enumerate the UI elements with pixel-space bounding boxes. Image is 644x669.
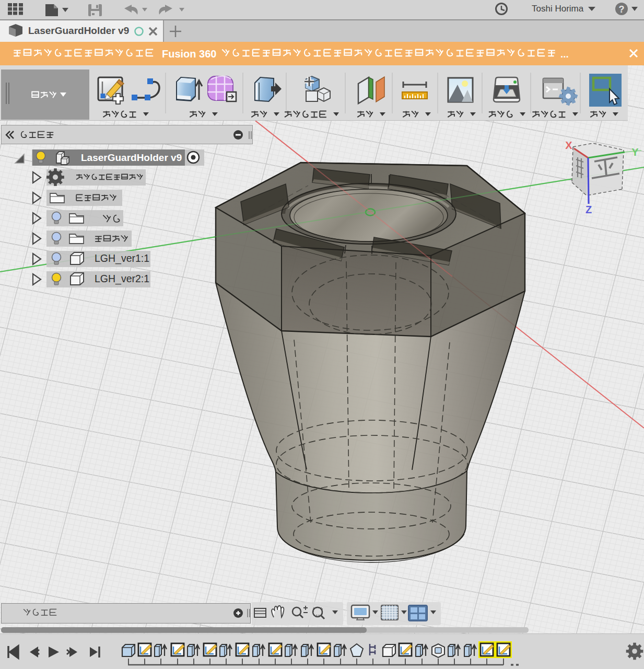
svg-text:...: ...	[560, 49, 569, 60]
svg-text:Fusion 360: Fusion 360	[162, 48, 216, 60]
svg-text:X: X	[565, 140, 572, 151]
svg-text:?: ?	[619, 4, 625, 15]
svg-text:Y: Y	[631, 146, 639, 158]
svg-text:Z: Z	[586, 204, 592, 215]
